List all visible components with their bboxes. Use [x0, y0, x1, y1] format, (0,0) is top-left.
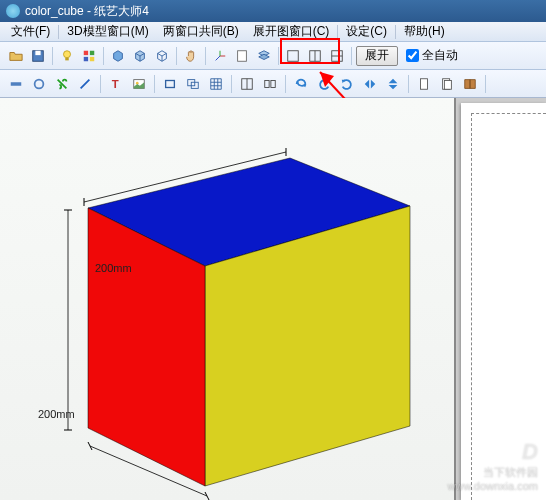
split-vert-button[interactable]: [305, 46, 325, 66]
cube-model[interactable]: [0, 98, 456, 500]
menu-both-windows[interactable]: 两窗口共同(B): [156, 21, 246, 42]
tool-grid[interactable]: [206, 74, 226, 94]
tool-rotate-l[interactable]: [314, 74, 334, 94]
svg-rect-6: [84, 56, 88, 60]
content-area: 200mm 200mm 200mm: [0, 98, 546, 500]
tool-rect[interactable]: [160, 74, 180, 94]
svg-line-16: [81, 79, 90, 88]
tool-page1[interactable]: [414, 74, 434, 94]
save-button[interactable]: [28, 46, 48, 66]
svg-rect-3: [65, 57, 69, 60]
tool-flip-h[interactable]: [360, 74, 380, 94]
tool-book[interactable]: [460, 74, 480, 94]
app-icon: [6, 4, 20, 18]
toolbar-main: 展开 全自动: [0, 42, 546, 70]
tool-page2[interactable]: [437, 74, 457, 94]
svg-rect-7: [90, 56, 94, 60]
cube-solid-button[interactable]: [108, 46, 128, 66]
page-button[interactable]: [232, 46, 252, 66]
window-title: color_cube - 纸艺大师4: [25, 3, 149, 20]
split-single-button[interactable]: [283, 46, 303, 66]
cube-wire-button[interactable]: [152, 46, 172, 66]
tool-align1[interactable]: [237, 74, 257, 94]
title-bar: color_cube - 纸艺大师4: [0, 0, 546, 22]
svg-rect-8: [238, 50, 247, 61]
menu-bar: 文件(F) 3D模型窗口(M) 两窗口共同(B) 展开图窗口(C) 设定(C) …: [0, 22, 546, 42]
tool-refresh[interactable]: [291, 74, 311, 94]
toolbar-secondary: T: [0, 70, 546, 98]
color-button[interactable]: [79, 46, 99, 66]
paper-margin: [471, 113, 546, 500]
menu-help[interactable]: 帮助(H): [397, 21, 452, 42]
menu-3d-model[interactable]: 3D模型窗口(M): [60, 21, 155, 42]
svg-rect-1: [35, 50, 40, 54]
svg-point-15: [35, 79, 44, 88]
svg-rect-4: [84, 50, 88, 54]
tool-line[interactable]: [75, 74, 95, 94]
hand-tool-button[interactable]: [181, 46, 201, 66]
tool-rect2[interactable]: [183, 74, 203, 94]
tool-a1[interactable]: [6, 74, 26, 94]
svg-rect-29: [444, 80, 451, 89]
menu-unfold-window[interactable]: 展开图窗口(C): [246, 21, 337, 42]
auto-checkbox-wrap[interactable]: 全自动: [406, 47, 458, 64]
lightbulb-button[interactable]: [57, 46, 77, 66]
auto-label: 全自动: [422, 47, 458, 64]
menu-settings[interactable]: 设定(C): [339, 21, 394, 42]
expand-button[interactable]: 展开: [356, 46, 398, 66]
tool-a2[interactable]: [29, 74, 49, 94]
svg-rect-26: [271, 80, 275, 87]
svg-point-2: [64, 50, 71, 57]
dim-depth-label: 200mm: [95, 262, 132, 274]
tool-image[interactable]: [129, 74, 149, 94]
svg-rect-20: [166, 80, 175, 87]
svg-rect-27: [421, 78, 428, 89]
svg-rect-5: [90, 50, 94, 54]
cube-flat-button[interactable]: [130, 46, 150, 66]
viewport-3d[interactable]: 200mm 200mm 200mm: [0, 98, 456, 500]
tool-rotate-r[interactable]: [337, 74, 357, 94]
tool-cut[interactable]: [52, 74, 72, 94]
svg-text:T: T: [112, 78, 119, 90]
dim-height-label: 200mm: [38, 408, 75, 420]
svg-rect-25: [265, 80, 269, 87]
axis-button[interactable]: [210, 46, 230, 66]
tool-align2[interactable]: [260, 74, 280, 94]
tool-text[interactable]: T: [106, 74, 126, 94]
menu-file[interactable]: 文件(F): [4, 21, 57, 42]
auto-checkbox[interactable]: [406, 49, 419, 62]
svg-line-43: [205, 492, 209, 500]
unfold-panel[interactable]: [456, 98, 546, 500]
tool-flip-v[interactable]: [383, 74, 403, 94]
layers-button[interactable]: [254, 46, 274, 66]
svg-rect-9: [288, 50, 299, 61]
svg-line-42: [88, 442, 92, 450]
split-horiz-button[interactable]: [327, 46, 347, 66]
paper-sheet: [461, 103, 546, 500]
open-button[interactable]: [6, 46, 26, 66]
svg-rect-14: [11, 82, 22, 86]
